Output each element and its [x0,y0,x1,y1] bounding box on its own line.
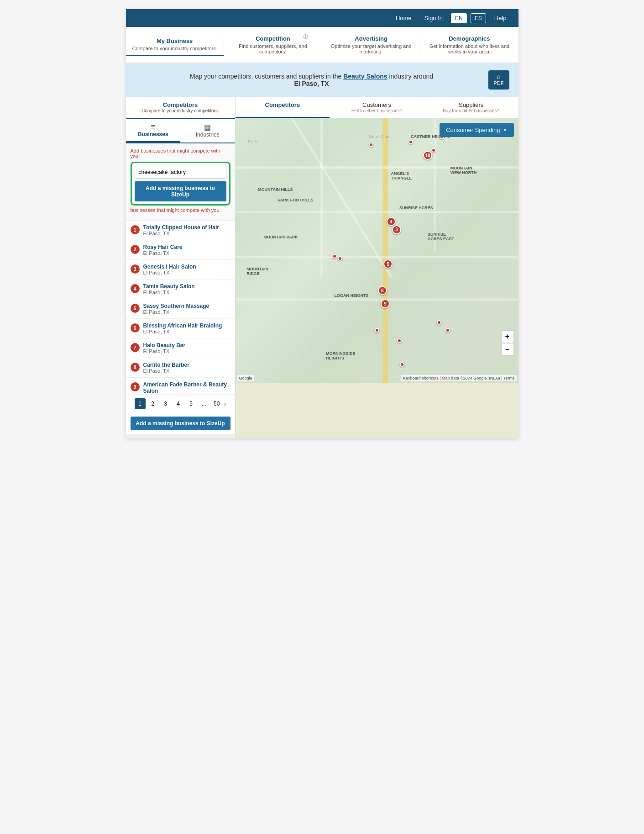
marker-4[interactable]: 4 [387,217,396,226]
map-label-sams: Sam's Club [368,134,389,139]
small-marker-9[interactable] [400,362,404,367]
map-label-mtnhills: MOUNTAIN HILLS [258,187,293,192]
map-label-mtnview: MOUNTAINVIEW NORTH [450,166,477,175]
marker-10[interactable]: 10 [423,151,432,160]
biz-info-3: Genesis I Hair Salon El Paso, TX [143,264,196,275]
bottom-add-button[interactable]: Add a missing business to SizeUp [131,417,230,430]
marker-9[interactable]: 9 [381,299,390,308]
nav-advertising-sub: Optimize your target advertising and mar… [328,43,414,54]
pdf-button[interactable]: 🖨 PDF [488,70,509,90]
pagination: 1 2 3 4 5 ... 50 › [126,394,235,413]
svg-rect-8 [236,118,518,383]
map-label-irvin: IRVIN [246,139,257,144]
add-businesses-label2: businesses that might compete with you. [131,207,230,213]
biz-name-9: American Fade Barber & Beauty Salon [143,381,230,394]
small-marker-7[interactable] [375,328,379,333]
business-item-8[interactable]: 8 Carlito the Barber El Paso, TX [126,358,235,378]
page-3[interactable]: 3 [160,398,171,409]
biz-num-3: 3 [131,264,140,274]
add-businesses-label: Add businesses that might compete with y… [131,148,230,159]
biz-name-7: Halo Beauty Bar [143,342,186,348]
tab-businesses[interactable]: ≡ Businesses [126,119,181,143]
signin-link[interactable]: Sign In [420,13,447,23]
biz-info-9: American Fade Barber & Beauty Salon El P… [143,381,230,394]
biz-num-9: 9 [131,382,140,391]
biz-num-6: 6 [131,323,140,333]
tab-industries[interactable]: ▦ Industries [180,119,235,143]
zoom-in-button[interactable]: + [501,330,514,343]
business-item-1[interactable]: 1 Totally Clipped House of Hair El Paso,… [126,221,235,240]
map-suppliers-label: Suppliers [459,101,483,108]
nav-advertising-title: Advertising [328,35,414,42]
top-nav: Home Sign In EN ES Help [126,9,518,27]
lang-es-button[interactable]: ES [471,13,486,23]
biz-num-7: 7 [131,343,140,352]
business-item-7[interactable]: 7 Halo Beauty Bar El Paso, TX [126,338,235,358]
page-1[interactable]: 1 [135,398,146,409]
biz-name-1: Totally Clipped House of Hair [143,224,219,231]
business-item-5[interactable]: 5 Sassy Southern Massage El Paso, TX [126,299,235,319]
zoom-out-button[interactable]: − [501,343,514,356]
banner: Map your competitors, customers and supp… [126,63,518,97]
home-link[interactable]: Home [391,13,416,23]
page-2[interactable]: 2 [147,398,158,409]
map-label-sunrise: SUNRISE ACRES [399,206,433,210]
map-customers-label: Customers [362,101,391,108]
nav-my-business[interactable]: My Business Compare to your industry com… [126,34,224,56]
help-link[interactable]: Help [490,13,511,23]
business-item-3[interactable]: 3 Genesis I Hair Salon El Paso, TX [126,260,235,280]
panel-tab-competitors[interactable]: Competitors Compare to your industry com… [126,97,235,119]
add-missing-button[interactable]: Add a missing business to SizeUp [135,181,226,201]
biz-info-2: Rosy Hair Care El Paso, TX [143,244,183,256]
nav-demographics-title: Demographics [426,35,513,42]
map-tab-customers[interactable]: Customers Sell to other businesses? [330,97,424,118]
biz-loc-4: El Paso, TX [143,290,195,295]
horizontal-scrollbar[interactable] [126,434,235,438]
business-item-4[interactable]: 4 Tamis Beauty Salon El Paso, TX [126,280,235,299]
map-display[interactable]: Consumer Spending ▼ [236,118,518,383]
marker-5[interactable]: 5 [383,259,393,269]
main-nav: My Business Compare to your industry com… [126,27,518,63]
small-marker-5[interactable] [431,148,436,153]
nav-competition[interactable]: ⓘ Competition Find customers, suppliers,… [224,32,322,58]
biz-info-6: Blessing African Hair Braiding El Paso, … [143,322,222,334]
small-marker-8[interactable] [397,338,402,343]
biz-loc-6: El Paso, TX [143,329,222,334]
marker-8[interactable]: 8 [378,286,387,295]
page-4[interactable]: 4 [173,398,184,409]
lang-en-button[interactable]: EN [451,13,467,23]
left-tabs: ≡ Businesses ▦ Industries [126,119,235,143]
biz-loc-3: El Paso, TX [143,270,196,275]
small-marker-4[interactable] [408,140,413,144]
map-tab-competitors[interactable]: Competitors [236,97,330,118]
business-item-9[interactable]: 9 American Fade Barber & Beauty Salon El… [126,378,235,394]
businesses-label: Businesses [138,131,168,137]
nav-demographics[interactable]: Demographics Get information about who l… [420,32,518,58]
small-marker-10[interactable] [437,320,441,325]
info-icon: ⓘ [303,33,308,40]
small-marker-1[interactable] [332,254,337,259]
map-suppliers-sub: Buy from other businesses? [426,108,517,113]
industries-label: Industries [196,132,220,138]
small-marker-11[interactable] [445,328,450,333]
industries-icon: ▦ [182,123,233,132]
next-page-arrow[interactable]: › [224,400,226,407]
biz-loc-7: El Paso, TX [143,348,186,354]
business-search-input[interactable] [135,166,226,179]
map-competitors-label: Competitors [265,101,300,108]
banner-industry-link[interactable]: Beauty Salons [343,73,387,80]
map-tab-suppliers[interactable]: Suppliers Buy from other businesses? [424,97,518,118]
biz-name-5: Sassy Southern Massage [143,303,209,309]
business-item-6[interactable]: 6 Blessing African Hair Braiding El Paso… [126,319,235,338]
small-marker-3[interactable] [369,143,373,147]
nav-advertising[interactable]: Advertising Optimize your target adverti… [322,32,420,58]
page-5[interactable]: 5 [186,398,197,409]
marker-3[interactable]: 3 [392,225,401,234]
small-marker-2[interactable] [338,256,342,261]
consumer-spending-button[interactable]: Consumer Spending ▼ [440,123,513,137]
biz-name-6: Blessing African Hair Braiding [143,322,222,329]
page-50[interactable]: 50 [211,398,222,409]
map-attribution-google: Google [237,375,254,381]
business-item-2[interactable]: 2 Rosy Hair Care El Paso, TX [126,240,235,260]
page-ellipsis: ... [199,398,209,409]
